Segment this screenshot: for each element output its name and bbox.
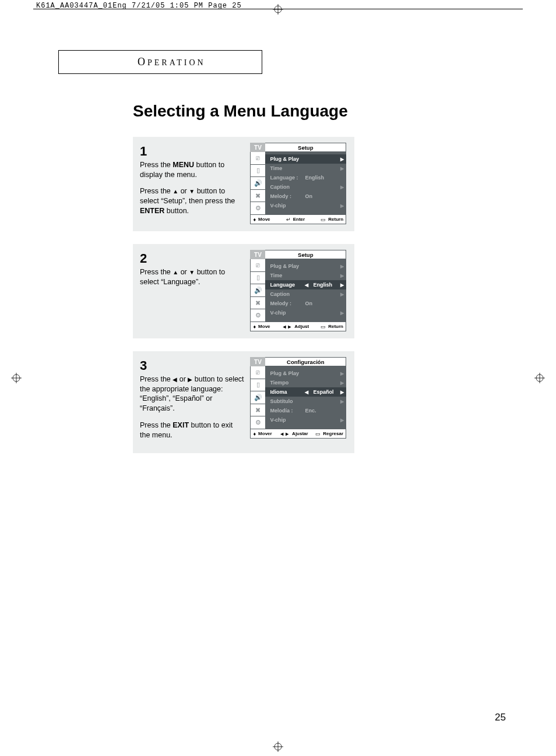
osd-menu-list: Plug & Play▶Time▶Language◀English▶Captio… xyxy=(265,259,346,322)
osd-menu-row: V-chip▶ xyxy=(265,201,346,210)
osd-menu-row: Caption▶ xyxy=(265,182,346,192)
osd-row-label: Idioma xyxy=(270,389,305,395)
osd-category-icon: ⎚ xyxy=(250,152,265,164)
osd-footer-label: Move xyxy=(258,324,270,329)
osd-menu-row: Caption▶ xyxy=(265,289,346,299)
osd-row-label: Subtítulo xyxy=(270,398,305,404)
osd-category-icon: 🔊 xyxy=(250,176,265,189)
step-number: 2 xyxy=(140,250,244,267)
arrow-right-icon: ▶ xyxy=(340,203,344,209)
osd-footer-label: Return xyxy=(328,324,343,329)
osd-row-label: Plug & Play xyxy=(270,156,305,162)
osd-menu-screenshot: TVSetup⎚▯🔊✖⚙Plug & Play▶Time▶Language :E… xyxy=(250,143,346,224)
osd-row-label: Language : xyxy=(270,175,305,181)
osd-row-label: Plug & Play xyxy=(270,263,305,269)
osd-category-icon: ⚙ xyxy=(250,416,265,429)
osd-category-icon: ⎚ xyxy=(250,366,265,379)
osd-menu-row: Melody :On xyxy=(265,192,346,201)
arrow-left-icon: ◀ xyxy=(305,282,308,288)
osd-menu-row: Language :English xyxy=(265,173,346,182)
arrow-right-icon: ▶ xyxy=(340,292,344,297)
arrow-right-icon: ▶ xyxy=(340,264,344,269)
osd-category-icon: ⎚ xyxy=(250,259,265,271)
osd-tv-tab: TV xyxy=(250,357,265,366)
osd-title: Setup xyxy=(265,250,346,259)
osd-menu-row: Plug & Play▶ xyxy=(265,369,346,378)
osd-category-icon: ✖ xyxy=(250,296,265,309)
page-number: 25 xyxy=(495,712,506,723)
arrow-right-icon: ▶ xyxy=(340,380,344,386)
osd-menu-row: Time▶ xyxy=(265,271,346,280)
section-title-box: OPERATION xyxy=(58,50,262,74)
arrow-right-icon: ▶ xyxy=(340,273,344,278)
osd-category-icon: 🔊 xyxy=(250,391,265,404)
osd-footer: ♦Move↵Enter▭Return xyxy=(250,215,346,224)
arrow-right-icon: ▶ xyxy=(340,418,344,423)
osd-footer-label: Regresar xyxy=(323,431,343,436)
step-block: 1Press the MENU button to display the me… xyxy=(133,137,354,231)
osd-row-value: Enc. xyxy=(305,408,343,414)
osd-menu-row: Subtítulo▶ xyxy=(265,397,346,406)
registration-mark-left xyxy=(11,373,22,383)
osd-row-label: Plug & Play xyxy=(270,370,305,376)
osd-menu-screenshot: TVConfiguración⎚▯🔊✖⚙Plug & Play▶Tiempo▶I… xyxy=(250,357,346,446)
osd-footer-icon: ◄► xyxy=(282,324,293,330)
osd-footer-icon: ♦ xyxy=(253,324,256,330)
osd-menu-row: Melody :On xyxy=(265,299,346,308)
osd-menu-row: Language◀English▶ xyxy=(265,280,346,289)
osd-footer-icon: ↵ xyxy=(286,217,291,222)
osd-footer: ♦Mover◄►Ajustar▭Regresar xyxy=(250,429,346,439)
osd-row-value: On xyxy=(305,301,343,306)
step-block: 3Press the ◀ or ▶ button to select the a… xyxy=(133,351,354,453)
section-title: OPERATION xyxy=(138,56,206,68)
osd-row-value: Español xyxy=(313,389,343,395)
osd-menu-row: Melodía :Enc. xyxy=(265,406,346,415)
registration-mark-top xyxy=(273,4,283,15)
osd-footer-label: Ajustar xyxy=(292,431,308,436)
registration-mark-right xyxy=(534,373,545,383)
arrow-right-icon: ▶ xyxy=(340,157,344,162)
osd-row-label: Melodía : xyxy=(270,408,305,414)
osd-row-label: V-chip xyxy=(270,203,305,209)
osd-footer-label: Adjust xyxy=(294,324,309,329)
osd-row-value: On xyxy=(305,193,343,199)
osd-footer-icon: ♦ xyxy=(253,217,256,222)
osd-footer-icon: ▭ xyxy=(321,217,326,222)
osd-menu-row: Plug & Play▶ xyxy=(265,154,346,164)
osd-row-label: V-chip xyxy=(270,417,305,423)
osd-category-icon: ▯ xyxy=(250,164,265,177)
osd-menu-screenshot: TVSetup⎚▯🔊✖⚙Plug & Play▶Time▶Language◀En… xyxy=(250,250,346,331)
step-paragraph: Press the MENU button to display the men… xyxy=(140,160,244,180)
osd-menu-row: V-chip▶ xyxy=(265,308,346,317)
osd-category-icon: ✖ xyxy=(250,189,265,202)
osd-menu-row: Tiempo▶ xyxy=(265,378,346,387)
osd-footer-label: Enter xyxy=(293,217,305,222)
arrow-right-icon: ▶ xyxy=(340,399,344,404)
osd-menu-list: Plug & Play▶Time▶Language :EnglishCaptio… xyxy=(265,152,346,215)
osd-row-label: Tiempo xyxy=(270,380,305,386)
step-text: 2Press the ▲ or ▼ button to select “Lang… xyxy=(140,250,244,331)
osd-tv-tab: TV xyxy=(250,250,265,259)
page-content: OPERATION Selecting a Menu Language 1Pre… xyxy=(58,50,513,453)
osd-footer-icon: ▭ xyxy=(315,431,321,437)
osd-footer-icon: ▭ xyxy=(321,324,326,330)
osd-footer-label: Return xyxy=(328,217,343,222)
osd-menu-row: Idioma◀Español▶ xyxy=(265,387,346,397)
step-paragraph: Press the ◀ or ▶ button to select the ap… xyxy=(140,375,244,414)
osd-category-icon: ▯ xyxy=(250,379,265,391)
osd-menu-row: Time▶ xyxy=(265,164,346,173)
osd-footer-label: Move xyxy=(258,217,270,222)
osd-footer: ♦Move◄►Adjust▭Return xyxy=(250,322,346,331)
osd-row-value: English xyxy=(305,175,343,181)
main-title: Selecting a Menu Language xyxy=(133,102,513,121)
step-text: 1Press the MENU button to display the me… xyxy=(140,143,244,224)
arrow-right-icon: ▶ xyxy=(340,390,344,395)
step-text: 3Press the ◀ or ▶ button to select the a… xyxy=(140,357,244,446)
osd-category-icon: ⚙ xyxy=(250,202,265,214)
arrow-right-icon: ▶ xyxy=(340,185,344,190)
osd-row-value: English xyxy=(313,282,343,288)
osd-footer-label: Mover xyxy=(258,431,272,436)
osd-footer-icon: ◄► xyxy=(279,431,290,437)
osd-title: Configuración xyxy=(265,357,346,366)
step-block: 2Press the ▲ or ▼ button to select “Lang… xyxy=(133,244,354,338)
